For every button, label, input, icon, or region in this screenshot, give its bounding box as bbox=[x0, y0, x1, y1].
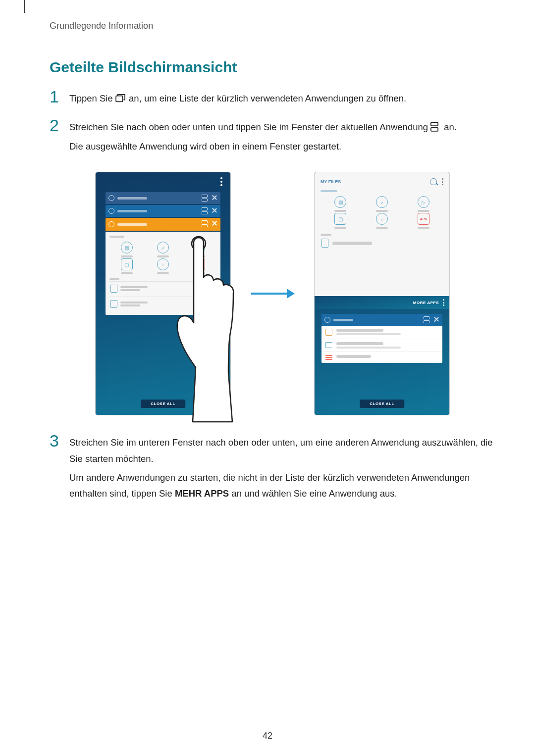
close-icon bbox=[433, 316, 439, 322]
more-icon bbox=[220, 177, 222, 186]
arrow-right-icon bbox=[250, 286, 295, 301]
recent-app-card bbox=[106, 205, 220, 217]
step-1: 1 Tippen Sie an, um eine Liste der kürzl… bbox=[50, 91, 495, 109]
close-all-button: CLOSE ALL bbox=[141, 400, 185, 408]
svg-rect-0 bbox=[116, 96, 123, 102]
apk-icon: APK bbox=[418, 213, 429, 225]
split-screen-icon bbox=[430, 121, 441, 130]
close-icon bbox=[212, 195, 217, 201]
step-number: 3 bbox=[50, 432, 69, 449]
video-icon: ▷ bbox=[193, 242, 205, 253]
apk-icon: APK bbox=[193, 258, 205, 270]
recent-app-card-active bbox=[106, 218, 220, 231]
svg-rect-1 bbox=[431, 122, 438, 126]
step-2-text-a: Streichen Sie nach oben oder unten und t… bbox=[69, 122, 430, 132]
step-2-text-b: an. bbox=[444, 122, 457, 132]
split-screen-icon bbox=[202, 220, 208, 226]
download-icon: ↓ bbox=[376, 213, 388, 225]
recents-icon bbox=[115, 92, 126, 101]
split-screen-icon bbox=[424, 316, 429, 322]
more-icon bbox=[443, 299, 444, 306]
close-icon bbox=[212, 207, 217, 213]
close-all-button: CLOSE ALL bbox=[360, 400, 404, 408]
close-icon bbox=[212, 220, 217, 226]
step-3-text-b-post: an und wählen Sie eine Anwendung aus. bbox=[231, 488, 397, 499]
download-icon: ↓ bbox=[157, 258, 169, 270]
more-icon bbox=[442, 178, 443, 185]
audio-icon: ♪ bbox=[376, 196, 388, 208]
storage-icon bbox=[110, 285, 117, 293]
step-1-text-b: an, um eine Liste der kürzlich verwendet… bbox=[129, 93, 406, 103]
connections-icon bbox=[325, 329, 332, 336]
step-2-text-c: Die ausgewählte Anwendung wird oben in e… bbox=[69, 139, 495, 154]
document-icon: ▢ bbox=[121, 258, 133, 270]
audio-icon: ♪ bbox=[157, 242, 169, 253]
bottom-app-card bbox=[321, 314, 442, 363]
image-icon: ▤ bbox=[121, 242, 133, 253]
step-1-text-a: Tippen Sie bbox=[69, 93, 115, 103]
search-icon bbox=[430, 178, 437, 185]
files-panel: ▤ ♪ ▷ ▢ ↓ APK bbox=[106, 232, 220, 315]
more-apps-label: MORE APPS bbox=[413, 301, 439, 305]
storage-icon bbox=[321, 239, 328, 248]
step-3: 3 Streichen Sie im unteren Fenster nach … bbox=[50, 435, 495, 505]
sdcard-icon bbox=[110, 300, 117, 308]
step-2: 2 Streichen Sie nach oben oder unten und… bbox=[50, 119, 495, 157]
phone-left: ▤ ♪ ▷ ▢ ↓ APK CLOSE ALL bbox=[96, 172, 230, 415]
phone-right: MY FILES ▤ ♪ ▷ ▢ ↓ APK bbox=[315, 172, 449, 415]
section-title: Geteilte Bildschirmansicht bbox=[50, 59, 495, 76]
video-icon: ▷ bbox=[418, 196, 429, 208]
split-screen-icon bbox=[202, 207, 208, 213]
sound-icon bbox=[325, 342, 332, 348]
my-files-title: MY FILES bbox=[321, 179, 341, 184]
split-screen-icon bbox=[202, 195, 208, 201]
step-number: 2 bbox=[50, 117, 69, 134]
notifications-icon bbox=[325, 355, 332, 360]
step-3-text-b-bold: MEHR APPS bbox=[175, 488, 229, 499]
svg-marker-5 bbox=[287, 289, 295, 299]
svg-rect-2 bbox=[431, 128, 438, 131]
step-number: 1 bbox=[50, 88, 69, 105]
recent-app-card bbox=[106, 192, 220, 204]
illustration-figure: ▤ ♪ ▷ ▢ ↓ APK CLOSE ALL bbox=[50, 172, 495, 415]
document-icon: ▢ bbox=[334, 213, 346, 225]
breadcrumb: Grundlegende Information bbox=[50, 21, 495, 31]
page-number: 42 bbox=[0, 731, 535, 741]
step-3-text-a: Streichen Sie im unteren Fenster nach ob… bbox=[69, 435, 495, 467]
image-icon: ▤ bbox=[334, 196, 346, 208]
